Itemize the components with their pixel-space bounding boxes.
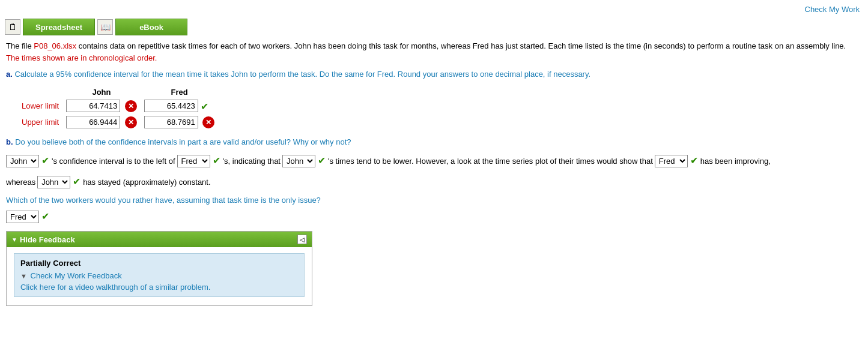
feedback-link-row: ▼ Check My Work Feedback <box>20 271 298 280</box>
check-my-work-feedback-link[interactable]: Check My Work Feedback <box>31 271 122 280</box>
part-b-question: b. Do you believe both of the confidence… <box>6 136 862 148</box>
john-lower-input[interactable] <box>66 100 120 112</box>
check-icon-3: ✔ <box>318 152 326 170</box>
dropdown-1[interactable]: John Fred <box>6 155 39 167</box>
which-worker-question: Which of the two workers would you rathe… <box>6 196 862 205</box>
feedback-header-label: Hide Feedback <box>20 235 75 244</box>
sentence-2-row: whereas John Fred ✔ has stayed (approxim… <box>6 173 862 191</box>
check-my-work-link[interactable]: Check My Work <box>805 5 860 14</box>
which-worker-row: John Fred ✔ <box>6 208 862 226</box>
toolbar: 🗒 Spreadsheet 📖 eBook <box>0 16 868 38</box>
part-b-section: b. Do you believe both of the confidence… <box>6 136 862 226</box>
sentence-1-mid2: 's, indicating that <box>223 154 281 168</box>
lower-limit-label: Lower limit <box>18 98 62 114</box>
fred-lower-correct-icon: ✔ <box>201 101 208 112</box>
col-empty <box>18 86 62 98</box>
sentence-1-mid: 's confidence interval is to the left of <box>52 154 175 168</box>
check-icon-4: ✔ <box>690 152 698 170</box>
col-john-header: John <box>62 86 141 98</box>
fred-upper-input[interactable] <box>144 116 198 128</box>
fred-lower-cell: ✔ <box>141 98 219 114</box>
part-a-label: a. <box>6 70 13 79</box>
check-icon-6: ✔ <box>41 208 49 226</box>
part-b-label: b. <box>6 137 13 146</box>
feedback-video-link[interactable]: Click here for a video walkthrough of a … <box>20 283 298 292</box>
fred-upper-cell: ✕ <box>141 114 219 130</box>
spreadsheet-button[interactable]: Spreadsheet <box>23 19 95 35</box>
john-lower-cell: ✕ <box>62 98 141 114</box>
feedback-section: ▼ Hide Feedback ◁ Partially Correct ▼ Ch… <box>6 231 312 306</box>
dropdown-4[interactable]: John Fred <box>655 155 688 167</box>
check-icon-1: ✔ <box>41 152 49 170</box>
feedback-header[interactable]: ▼ Hide Feedback ◁ <box>7 232 312 247</box>
col-fred-header: Fred <box>141 86 219 98</box>
feedback-body: Partially Correct ▼ Check My Work Feedba… <box>14 253 305 297</box>
check-icon-5: ✔ <box>73 173 80 191</box>
fred-lower-input[interactable] <box>144 100 198 112</box>
which-worker-text: Which of the two workers would you rathe… <box>6 196 321 205</box>
intro-text-prefix: The file <box>6 41 34 50</box>
table-row: Lower limit ✕ ✔ <box>18 98 218 114</box>
ci-table: John Fred Lower limit ✕ ✔ <box>18 86 218 130</box>
sentence-1-final: has been improving, <box>700 154 771 168</box>
john-upper-input[interactable] <box>66 116 120 128</box>
feedback-body-wrapper: Partially Correct ▼ Check My Work Feedba… <box>7 247 312 305</box>
intro-text-note: The times shown are in chronological ord… <box>6 53 157 62</box>
upper-limit-label: Upper limit <box>18 114 62 130</box>
dropdown-6[interactable]: John Fred <box>6 211 39 223</box>
john-upper-cell: ✕ <box>62 114 141 130</box>
sentence-1-row: John Fred ✔ 's confidence interval is to… <box>6 152 862 170</box>
feedback-header-left: ▼ Hide Feedback <box>11 235 75 244</box>
part-a-text: Calculate a 95% confidence interval for … <box>14 70 590 79</box>
intro-paragraph: The file P08_06.xlsx contains data on re… <box>6 40 862 64</box>
part-b-text: Do you believe both of the confidence in… <box>15 137 351 146</box>
fred-upper-wrong-icon: ✕ <box>202 116 214 128</box>
partially-correct-label: Partially Correct <box>20 259 298 268</box>
content-area: The file P08_06.xlsx contains data on re… <box>0 38 868 312</box>
ebook-icon: 📖 <box>97 19 113 35</box>
triangle-small: ▼ <box>20 272 27 280</box>
sentence-2-end: has stayed (approximately) constant. <box>83 175 210 189</box>
sentence-1-end: 's times tend to be lower. However, a lo… <box>328 154 653 168</box>
file-link[interactable]: P08_06.xlsx <box>34 41 76 50</box>
ci-table-section: John Fred Lower limit ✕ ✔ <box>18 86 862 130</box>
video-walkthrough-link[interactable]: Click here for a video walkthrough of a … <box>20 283 210 292</box>
intro-text-body: contains data on repetitive task times f… <box>79 41 846 50</box>
john-lower-wrong-icon: ✕ <box>125 100 137 112</box>
part-a-question: a. Calculate a 95% confidence interval f… <box>6 68 862 80</box>
check-icon-2: ✔ <box>213 152 220 170</box>
triangle-icon: ▼ <box>11 236 17 243</box>
sentence-2-pre: whereas <box>6 175 35 189</box>
feedback-collapse-button[interactable]: ◁ <box>297 235 307 244</box>
dropdown-5[interactable]: John Fred <box>37 176 70 188</box>
ebook-button[interactable]: eBook <box>115 19 187 35</box>
dropdown-3[interactable]: John Fred <box>282 155 315 167</box>
john-upper-wrong-icon: ✕ <box>125 116 137 128</box>
dropdown-2[interactable]: John Fred <box>177 155 210 167</box>
table-row: Upper limit ✕ ✕ <box>18 114 218 130</box>
spreadsheet-icon: 🗒 <box>5 19 20 35</box>
